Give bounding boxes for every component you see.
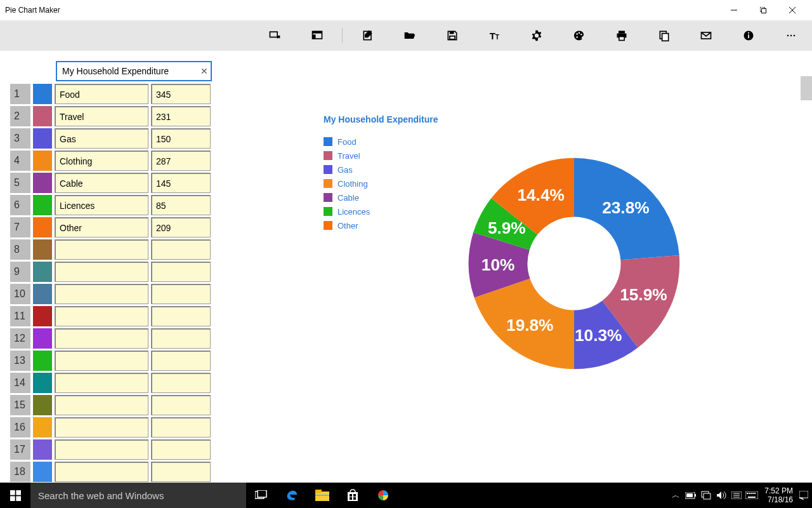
category-value-input[interactable] <box>151 439 211 460</box>
volume-icon[interactable] <box>714 483 729 508</box>
print-icon[interactable] <box>600 20 643 51</box>
mail-icon[interactable] <box>685 20 728 51</box>
color-swatch[interactable] <box>33 284 52 304</box>
close-button[interactable] <box>778 0 807 20</box>
category-name-input[interactable] <box>55 284 148 304</box>
data-row: 10 <box>10 284 213 304</box>
category-name-input[interactable] <box>55 417 148 438</box>
category-value-input[interactable]: 287 <box>151 150 211 171</box>
category-name-input[interactable] <box>55 373 148 393</box>
color-swatch[interactable] <box>33 150 52 171</box>
new-icon[interactable] <box>254 20 296 51</box>
color-swatch[interactable] <box>33 106 52 126</box>
category-value-input[interactable]: 150 <box>151 128 211 149</box>
category-name-input[interactable] <box>55 328 148 349</box>
category-value-input[interactable] <box>151 239 211 260</box>
color-swatch[interactable] <box>33 217 52 237</box>
edge-icon[interactable] <box>277 483 307 508</box>
chart-title-input[interactable] <box>56 61 212 81</box>
color-swatch[interactable] <box>33 306 52 326</box>
category-value-input[interactable]: 231 <box>151 106 211 126</box>
category-name-input[interactable] <box>55 262 148 282</box>
category-value-input[interactable] <box>151 373 211 393</box>
category-value-input[interactable]: 145 <box>151 173 211 193</box>
gear-icon[interactable] <box>516 20 558 51</box>
palette-icon[interactable] <box>558 20 601 51</box>
category-name-input[interactable]: Cable <box>55 173 148 193</box>
input-icon[interactable] <box>729 483 744 508</box>
data-row: 11 <box>10 306 213 326</box>
start-button[interactable] <box>0 483 30 508</box>
store-icon[interactable] <box>337 483 368 508</box>
category-name-input[interactable] <box>55 395 148 415</box>
chart-area: My Household Expenditure FoodTravelGasCl… <box>216 51 812 489</box>
category-name-input[interactable] <box>55 462 148 482</box>
category-value-input[interactable]: 345 <box>151 84 211 104</box>
keyboard-icon[interactable] <box>744 483 759 508</box>
layout-icon[interactable] <box>296 20 339 51</box>
category-value-input[interactable] <box>151 462 211 482</box>
more-icon[interactable] <box>769 20 812 51</box>
info-icon[interactable] <box>728 20 770 51</box>
category-name-input[interactable]: Food <box>55 84 148 104</box>
maximize-button[interactable] <box>749 0 778 20</box>
category-name-input[interactable]: Gas <box>55 128 148 149</box>
task-view-icon[interactable] <box>246 483 277 508</box>
network-icon[interactable] <box>698 483 714 508</box>
color-swatch[interactable] <box>33 351 52 371</box>
row-index: 11 <box>10 306 30 326</box>
color-swatch[interactable] <box>33 84 52 104</box>
category-name-input[interactable]: Licences <box>55 195 148 215</box>
tray-chevron-icon[interactable]: ︿ <box>668 483 683 508</box>
scrollbar-thumb[interactable] <box>801 76 812 100</box>
category-name-input[interactable]: Travel <box>55 106 148 126</box>
category-name-input[interactable] <box>55 439 148 460</box>
color-swatch[interactable] <box>33 195 52 215</box>
category-value-input[interactable] <box>151 284 211 304</box>
category-value-input[interactable]: 85 <box>151 195 211 215</box>
category-name-input[interactable] <box>55 306 148 326</box>
color-swatch[interactable] <box>33 373 52 393</box>
folder-open-icon[interactable] <box>389 20 431 51</box>
text-icon[interactable]: TT <box>473 20 516 51</box>
color-swatch[interactable] <box>33 128 52 149</box>
category-value-input[interactable] <box>151 262 211 282</box>
color-swatch[interactable] <box>33 173 52 193</box>
category-value-input[interactable]: 209 <box>151 217 211 237</box>
copy-icon[interactable] <box>643 20 685 51</box>
file-explorer-icon[interactable] <box>307 483 337 508</box>
category-name-input[interactable]: Clothing <box>55 150 148 171</box>
color-swatch[interactable] <box>33 417 52 438</box>
category-value-input[interactable] <box>151 351 211 371</box>
action-center-icon[interactable] <box>798 483 809 508</box>
color-swatch[interactable] <box>33 262 52 282</box>
save-icon[interactable] <box>431 20 474 51</box>
category-value-input[interactable] <box>151 417 211 438</box>
category-value-input[interactable] <box>151 395 211 415</box>
slice-label: 23.8% <box>602 198 649 217</box>
taskbar-search[interactable]: Search the web and Windows <box>30 483 246 508</box>
color-swatch[interactable] <box>33 395 52 415</box>
category-name-input[interactable] <box>55 351 148 371</box>
minimize-button[interactable] <box>719 0 749 20</box>
app-icon[interactable] <box>368 483 398 508</box>
taskbar-clock[interactable]: 7:52 PM 7/18/16 <box>759 486 798 504</box>
row-index: 2 <box>10 106 30 126</box>
category-value-input[interactable] <box>151 306 211 326</box>
svg-rect-48 <box>704 493 710 499</box>
edit-icon[interactable] <box>346 20 389 51</box>
window-title: Pie Chart Maker <box>5 6 60 15</box>
color-swatch[interactable] <box>33 462 52 482</box>
color-swatch[interactable] <box>33 439 52 460</box>
clear-title-icon[interactable]: ✕ <box>200 66 208 76</box>
svg-rect-5 <box>270 32 278 37</box>
category-name-input[interactable] <box>55 239 148 260</box>
battery-icon[interactable] <box>683 483 698 508</box>
svg-point-29 <box>793 35 795 37</box>
row-index: 4 <box>10 150 30 171</box>
category-name-input[interactable]: Other <box>55 217 148 237</box>
taskbar-date: 7/18/16 <box>764 495 793 504</box>
color-swatch[interactable] <box>33 239 52 260</box>
category-value-input[interactable] <box>151 328 211 349</box>
color-swatch[interactable] <box>33 328 52 349</box>
